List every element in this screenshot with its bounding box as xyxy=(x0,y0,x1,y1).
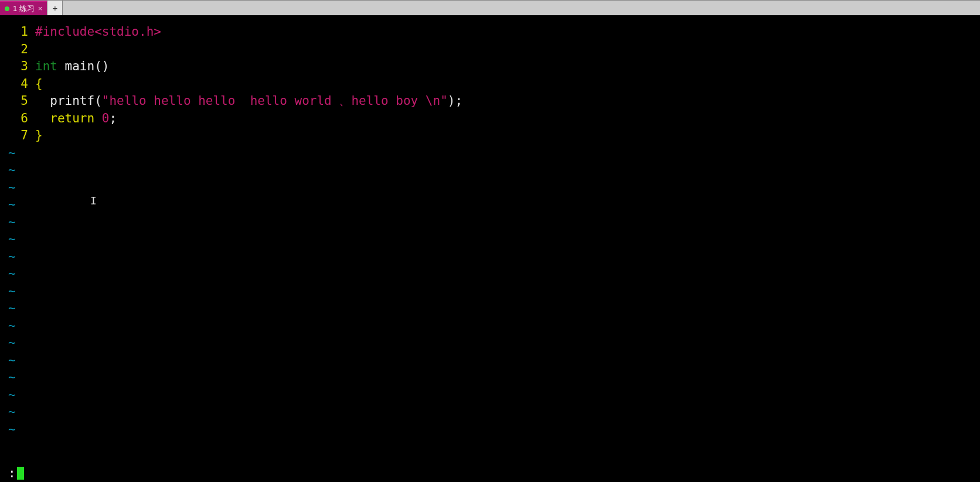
tilde-icon: ~ xyxy=(0,317,35,335)
empty-line-tilde: ~ xyxy=(0,369,980,387)
editor-window: 1 练习 × + I 1#include<stdio.h>23int main(… xyxy=(0,0,980,482)
tilde-icon: ~ xyxy=(0,214,35,231)
empty-line-tilde: ~ xyxy=(0,231,980,248)
tilde-icon: ~ xyxy=(0,179,35,197)
line-number: 7 xyxy=(0,127,35,145)
tilde-icon: ~ xyxy=(0,300,35,317)
code-content: printf("hello hello hello hello world 、h… xyxy=(35,93,462,110)
line-number: 2 xyxy=(0,41,35,59)
code-editor[interactable]: I 1#include<stdio.h>23int main()4{5 prin… xyxy=(0,15,980,464)
tilde-icon: ~ xyxy=(0,369,35,387)
tilde-icon: ~ xyxy=(0,352,35,370)
tilde-icon: ~ xyxy=(0,231,35,248)
tilde-icon: ~ xyxy=(0,196,35,214)
empty-line-tilde: ~ xyxy=(0,162,980,179)
command-line[interactable]: : xyxy=(0,464,980,482)
code-line[interactable]: 3int main() xyxy=(0,58,980,76)
empty-line-tilde: ~ xyxy=(0,248,980,266)
empty-line-tilde: ~ xyxy=(0,352,980,370)
code-line[interactable]: 5 printf("hello hello hello hello world … xyxy=(0,93,980,110)
tilde-icon: ~ xyxy=(0,162,35,179)
empty-line-tilde: ~ xyxy=(0,387,980,404)
text-cursor-icon: I xyxy=(90,192,97,210)
code-content: #include<stdio.h> xyxy=(35,23,161,41)
empty-line-tilde: ~ xyxy=(0,300,980,317)
plus-icon: + xyxy=(53,3,58,13)
tilde-icon: ~ xyxy=(0,283,35,300)
empty-line-tilde: ~ xyxy=(0,214,980,231)
tab-bar: 1 练习 × + xyxy=(0,0,980,15)
empty-line-tilde: ~ xyxy=(0,196,980,214)
code-line[interactable]: 7} xyxy=(0,127,980,145)
close-icon[interactable]: × xyxy=(38,4,43,13)
code-line[interactable]: 4{ xyxy=(0,76,980,93)
empty-line-tilde: ~ xyxy=(0,145,980,162)
tab-label: 1 练习 xyxy=(13,4,35,14)
tilde-icon: ~ xyxy=(0,265,35,283)
code-line[interactable]: 2 xyxy=(0,41,980,59)
tilde-icon: ~ xyxy=(0,248,35,266)
empty-line-tilde: ~ xyxy=(0,283,980,300)
line-number: 6 xyxy=(0,110,35,128)
command-prompt: : xyxy=(8,466,16,480)
line-number: 1 xyxy=(0,23,35,41)
tilde-icon: ~ xyxy=(0,387,35,404)
tilde-icon: ~ xyxy=(0,334,35,352)
code-content: return 0; xyxy=(35,110,117,128)
tilde-icon: ~ xyxy=(0,404,35,421)
empty-line-tilde: ~ xyxy=(0,317,980,335)
code-content: int main() xyxy=(35,58,109,76)
code-content: } xyxy=(35,127,43,145)
tab-active[interactable]: 1 练习 × xyxy=(0,1,47,15)
line-number: 5 xyxy=(0,93,35,110)
empty-line-tilde: ~ xyxy=(0,334,980,352)
empty-line-tilde: ~ xyxy=(0,179,980,197)
empty-line-tilde: ~ xyxy=(0,265,980,283)
block-cursor-icon xyxy=(17,467,24,480)
code-line[interactable]: 6 return 0; xyxy=(0,110,980,128)
new-tab-button[interactable]: + xyxy=(47,1,63,15)
code-content: { xyxy=(35,76,43,93)
code-line[interactable]: 1#include<stdio.h> xyxy=(0,23,980,41)
tilde-icon: ~ xyxy=(0,145,35,162)
empty-line-tilde: ~ xyxy=(0,421,980,439)
line-number: 4 xyxy=(0,76,35,93)
line-number: 3 xyxy=(0,58,35,76)
modified-dot-icon xyxy=(5,6,9,11)
empty-line-tilde: ~ xyxy=(0,404,980,421)
tilde-icon: ~ xyxy=(0,421,35,439)
